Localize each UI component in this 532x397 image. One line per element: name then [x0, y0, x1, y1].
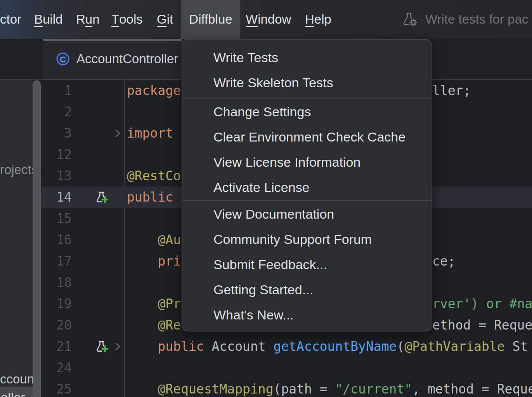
- diffblue-menu-popup: Write TestsWrite Skeleton TestsChange Se…: [182, 39, 431, 331]
- editor-line-24: 24: [0, 357, 532, 378]
- editor-line-25: 25 @RequestMapping(path = "/current", me…: [0, 378, 532, 397]
- menubar-item-window[interactable]: Window: [246, 0, 291, 39]
- tab-label: AccountController: [76, 52, 178, 66]
- menubar-item-build[interactable]: Build: [34, 0, 62, 39]
- menu-item-getting-started[interactable]: Getting Started...: [182, 277, 431, 302]
- code-text: import: [127, 123, 173, 144]
- line-number: 2: [41, 101, 72, 123]
- code-text: @RestCo: [127, 165, 181, 186]
- code-text: public Account getAccountByName(@PathVar…: [127, 336, 528, 357]
- code-text: pri: [127, 250, 181, 272]
- diffblue-add-test-icon[interactable]: [95, 340, 108, 354]
- menu-bar: ctorBuildRunToolsGitDiffblueWindowHelpWr…: [0, 0, 532, 39]
- line-number: 21: [41, 336, 72, 357]
- svg-text:C: C: [60, 55, 66, 64]
- ai-prompt-placeholder: Write tests for pac: [425, 12, 528, 27]
- fold-chevron-icon[interactable]: [113, 342, 122, 351]
- code-text: ce;: [432, 250, 456, 272]
- menu-item-view-documentation[interactable]: View Documentation: [182, 202, 431, 227]
- menu-item-activate-license[interactable]: Activate License: [182, 175, 431, 200]
- flask-gear-icon: [400, 10, 418, 28]
- line-number: 13: [41, 165, 72, 186]
- line-number: 20: [41, 314, 72, 336]
- line-number: 14: [41, 186, 72, 208]
- menubar-item-run[interactable]: Run: [76, 0, 100, 39]
- line-number: 18: [41, 272, 72, 293]
- line-number: 12: [41, 144, 72, 165]
- menu-item-clear-environment-check-cache[interactable]: Clear Environment Check Cache: [182, 124, 431, 150]
- menu-item-whats-new[interactable]: What's New...: [182, 302, 431, 328]
- ide-window: rojects\ ccount 1packageller;23 import12…: [0, 0, 532, 397]
- menu-item-community-support-forum[interactable]: Community Support Forum: [182, 227, 431, 252]
- menubar-item-tools[interactable]: Tools: [111, 0, 143, 39]
- code-text: @RequestMapping(path = "/current", metho…: [127, 378, 532, 397]
- code-text: @Au: [127, 229, 181, 250]
- line-number: 19: [41, 293, 72, 314]
- line-number: 16: [41, 229, 72, 250]
- line-number: 17: [41, 250, 72, 272]
- menu-item-submit-feedback[interactable]: Submit Feedback...: [182, 252, 431, 277]
- menu-item-write-tests[interactable]: Write Tests: [182, 45, 431, 70]
- class-icon: C: [55, 52, 70, 66]
- code-text: public: [127, 186, 173, 208]
- code-text: package: [127, 80, 181, 101]
- project-scrollbar-thumb[interactable]: [33, 80, 41, 397]
- menubar-item-refactor[interactable]: ctor: [0, 0, 21, 39]
- menubar-item-help[interactable]: Help: [305, 0, 331, 39]
- fold-chevron-icon[interactable]: [113, 129, 122, 138]
- diffblue-ai-prompt[interactable]: Write tests for pac: [400, 0, 528, 39]
- menu-item-view-license-information[interactable]: View License Information: [182, 150, 431, 175]
- menubar-item-diffblue[interactable]: Diffblue: [181, 0, 240, 39]
- editor-line-21: 21 public Account getAccountByName(@Path…: [0, 336, 532, 357]
- code-text: @Re: [127, 314, 181, 336]
- menu-item-change-settings[interactable]: Change Settings: [182, 99, 431, 124]
- line-number: 24: [41, 357, 72, 378]
- menu-item-write-skeleton-tests[interactable]: Write Skeleton Tests: [182, 70, 431, 95]
- code-text: ethod = Reques: [432, 314, 532, 336]
- line-number: 3: [41, 123, 72, 144]
- diffblue-add-test-icon[interactable]: [95, 190, 108, 204]
- line-number: 1: [41, 80, 72, 101]
- menubar-item-git[interactable]: Git: [157, 0, 173, 39]
- line-number: 15: [41, 208, 72, 229]
- line-number: 25: [41, 378, 72, 397]
- editor-tab-accountcontroller[interactable]: C AccountController: [43, 39, 182, 79]
- code-text: ller;: [432, 80, 471, 101]
- code-text: rver') or #nam: [432, 293, 532, 314]
- code-text: @Pr: [127, 293, 181, 314]
